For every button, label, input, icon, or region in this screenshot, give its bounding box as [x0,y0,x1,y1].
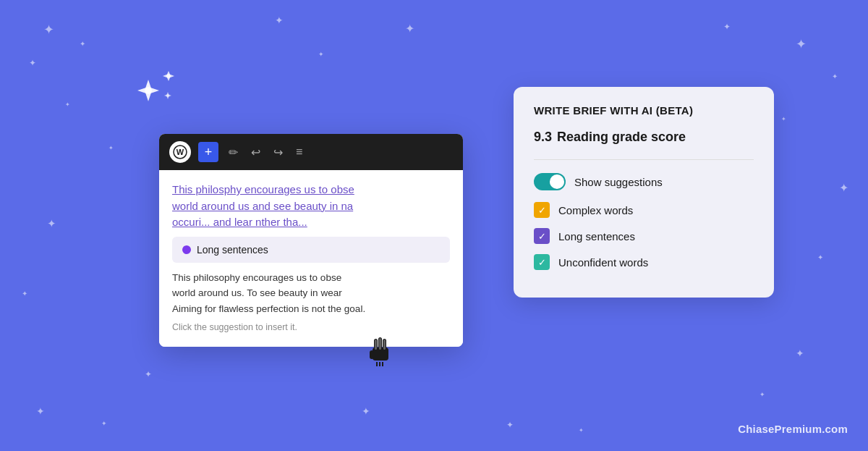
unconfident-words-label: Unconfident words [558,256,648,269]
editor-hint: Click the suggestion to insert it. [172,322,450,332]
editor-card: W + ✏ ↩ ↪ ≡ This philosphy encourages us… [159,134,463,347]
star-decoration: ✦ [506,420,514,430]
toggle-row: Show suggestions [534,173,754,190]
star-decoration: ✦ [65,101,70,108]
star-decoration: ✦ [43,22,54,38]
cursor-icon [365,330,394,370]
star-decoration: ✦ [760,391,765,398]
star-decoration: ✦ [29,58,36,68]
menu-icon[interactable]: ≡ [293,144,305,160]
editor-body: This philosphy encourages us to obse wor… [159,170,463,347]
svg-rect-7 [375,340,377,350]
svg-rect-9 [383,340,386,350]
svg-rect-3 [370,350,374,359]
complex-words-label: Complex words [558,204,633,216]
divider [534,159,754,160]
star-decoration: ✦ [318,51,324,58]
star-decoration: ✦ [405,22,414,35]
star-decoration: ✦ [723,22,731,32]
star-decoration: ✦ [362,405,370,417]
complex-words-checkbox[interactable]: ✓ [534,202,550,218]
star-decoration: ✦ [145,369,152,379]
svg-text:W: W [176,148,184,156]
long-sentences-checkbox[interactable]: ✓ [534,228,550,244]
editor-body-text: This philosophy encourages us to obse wo… [172,270,450,317]
star-decoration: ✦ [22,290,27,298]
star-decoration: ✦ [275,14,284,26]
grade-score: 9.3 Reading grade score [534,130,754,145]
add-block-button[interactable]: + [198,142,218,162]
star-decoration: ✦ [839,181,848,195]
star-decoration: ✦ [832,72,838,80]
tooltip-dot [182,245,191,254]
svg-rect-8 [379,338,381,350]
undo-icon[interactable]: ↩ [248,144,263,161]
ai-panel-title: WRITE BRIEF WITH AI (BETA) [534,104,754,117]
star-decoration: ✦ [80,40,85,48]
star-decoration: ✦ [47,217,56,230]
grade-number: 9.3 [534,130,552,144]
toggle-label: Show suggestions [574,176,663,188]
watermark: ChiasePremium.com [738,423,848,435]
show-suggestions-toggle[interactable] [534,173,566,190]
sparkles-decoration [123,65,181,119]
star-decoration: ✦ [36,405,45,417]
long-sentences-label: Long sentences [558,230,635,243]
complex-words-row: ✓ Complex words [534,202,754,218]
editor-highlighted-text: This philosphy encourages us to obse wor… [172,182,450,231]
editor-toolbar: W + ✏ ↩ ↪ ≡ [159,134,463,170]
redo-icon[interactable]: ↪ [271,144,286,161]
tooltip-popup: Long sentences [172,237,450,263]
tooltip-label: Long sentences [197,244,268,256]
wordpress-logo: W [169,141,191,163]
star-decoration: ✦ [579,427,584,434]
star-decoration: ✦ [817,253,823,261]
long-sentences-row: ✓ Long sentences [534,228,754,244]
star-decoration: ✦ [109,145,114,151]
star-decoration: ✦ [781,116,786,122]
star-decoration: ✦ [796,36,807,52]
star-decoration: ✦ [101,420,107,427]
pencil-icon[interactable]: ✏ [226,144,241,161]
grade-label: Reading grade score [557,130,686,144]
unconfident-words-checkbox[interactable]: ✓ [534,254,550,270]
ai-panel: WRITE BRIEF WITH AI (BETA) 9.3 Reading g… [514,87,774,298]
star-decoration: ✦ [796,347,804,359]
unconfident-words-row: ✓ Unconfident words [534,254,754,270]
